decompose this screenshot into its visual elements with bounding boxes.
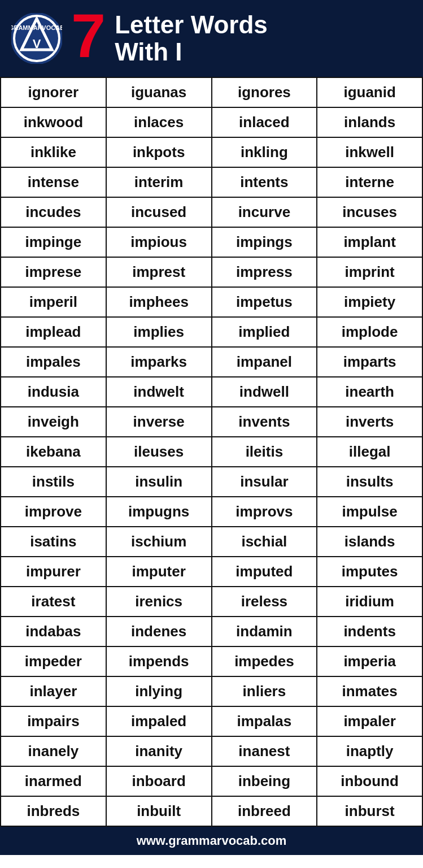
word-cell: iguanid: [317, 77, 422, 107]
word-cell: inlands: [317, 107, 422, 137]
word-cell: imparts: [317, 347, 422, 377]
word-cell: iridium: [317, 587, 422, 617]
word-cell: interne: [317, 167, 422, 197]
word-cell: ileuses: [106, 437, 212, 467]
word-cell: imputer: [106, 557, 212, 587]
table-row: ignoreriguanasignoresiguanid: [1, 77, 422, 107]
table-row: impurerimputerimputedimputes: [1, 557, 422, 587]
word-cell: ignorer: [1, 77, 106, 107]
word-cell: intense: [1, 167, 106, 197]
word-cell: inkpots: [106, 137, 212, 167]
word-cell: inverse: [106, 407, 212, 437]
table-row: improveimpugnsimprovsimpulse: [1, 497, 422, 527]
word-cell: implied: [212, 317, 317, 347]
word-cell: impious: [106, 227, 212, 257]
table-row: inveighinverseinventsinverts: [1, 407, 422, 437]
table-row: iratestirenicsirelessiridium: [1, 587, 422, 617]
word-cell: imputed: [212, 557, 317, 587]
table-row: impalesimparksimpanelimparts: [1, 347, 422, 377]
word-cell: inbuilt: [106, 796, 212, 826]
word-cell: implies: [106, 317, 212, 347]
word-cell: insulin: [106, 467, 212, 497]
page-header: V GRAMMARVOCAB 7 Letter Words With I: [0, 0, 423, 77]
word-cell: inanest: [212, 736, 317, 766]
word-cell: inbeing: [212, 766, 317, 796]
word-cell: inboard: [106, 766, 212, 796]
word-cell: inlying: [106, 676, 212, 706]
word-cell: intents: [212, 167, 317, 197]
word-cell: impurer: [1, 557, 106, 587]
word-cell: inbound: [317, 766, 422, 796]
word-cell: impairs: [1, 706, 106, 736]
table-row: indusiaindweltindwellinearth: [1, 377, 422, 407]
word-cell: incurve: [212, 197, 317, 227]
svg-text:V: V: [33, 37, 41, 51]
word-cell: inkling: [212, 137, 317, 167]
table-row: inlayerinlyinginliersinmates: [1, 676, 422, 706]
word-cell: inaptly: [317, 736, 422, 766]
word-cell: ireless: [212, 587, 317, 617]
word-cell: indabas: [1, 617, 106, 646]
word-cell: impulse: [317, 497, 422, 527]
word-cell: isatins: [1, 527, 106, 557]
word-cell: imphees: [106, 287, 212, 317]
table-row: intenseinterimintentsinterne: [1, 167, 422, 197]
word-cell: insular: [212, 467, 317, 497]
svg-text:GRAMMARVOCAB: GRAMMARVOCAB: [11, 24, 62, 31]
word-cell: impetus: [212, 287, 317, 317]
table-row: incudesincusedincurveincuses: [1, 197, 422, 227]
footer: www.grammarvocab.com: [0, 827, 423, 855]
word-cell: ileitis: [212, 437, 317, 467]
table-row: impingeimpiousimpingsimplant: [1, 227, 422, 257]
word-cell: imperia: [317, 646, 422, 676]
word-cell: indusia: [1, 377, 106, 407]
word-cell: impinge: [1, 227, 106, 257]
word-cell: implead: [1, 317, 106, 347]
word-cell: improvs: [212, 497, 317, 527]
word-cell: improve: [1, 497, 106, 527]
word-cell: interim: [106, 167, 212, 197]
word-cell: illegal: [317, 437, 422, 467]
table-row: isatinsischiumischialislands: [1, 527, 422, 557]
word-cell: indamin: [212, 617, 317, 646]
word-cell: insults: [317, 467, 422, 497]
word-cell: inbreds: [1, 796, 106, 826]
word-cell: impaler: [317, 706, 422, 736]
word-cell: ischial: [212, 527, 317, 557]
word-cell: iratest: [1, 587, 106, 617]
word-cell: indwelt: [106, 377, 212, 407]
word-cell: impedes: [212, 646, 317, 676]
table-row: inarmedinboardinbeinginbound: [1, 766, 422, 796]
word-cell: inklike: [1, 137, 106, 167]
table-row: impreseimprestimpressimprint: [1, 257, 422, 287]
word-cell: incused: [106, 197, 212, 227]
word-cell: indwell: [212, 377, 317, 407]
table-row: impederimpendsimpedesimperia: [1, 646, 422, 676]
word-cell: inliers: [212, 676, 317, 706]
table-row: instilsinsulininsularinsults: [1, 467, 422, 497]
table-row: inbredsinbuiltinbreedinburst: [1, 796, 422, 826]
word-cell: inveigh: [1, 407, 106, 437]
word-cell: irenics: [106, 587, 212, 617]
word-cell: imputes: [317, 557, 422, 587]
word-cell: inbreed: [212, 796, 317, 826]
word-cell: impugns: [106, 497, 212, 527]
table-row: inanelyinanityinanestinaptly: [1, 736, 422, 766]
word-cell: inlaces: [106, 107, 212, 137]
word-table: ignoreriguanasignoresiguanidinkwoodinlac…: [0, 77, 423, 827]
word-cell: incuses: [317, 197, 422, 227]
word-cell: inverts: [317, 407, 422, 437]
table-row: imperilimpheesimpetusimpiety: [1, 287, 422, 317]
word-cell: inlaced: [212, 107, 317, 137]
word-cell: imparks: [106, 347, 212, 377]
table-row: inklikeinkpotsinklinginkwell: [1, 137, 422, 167]
word-cell: imprint: [317, 257, 422, 287]
word-cell: inkwell: [317, 137, 422, 167]
word-cell: ignores: [212, 77, 317, 107]
word-cell: imperil: [1, 287, 106, 317]
word-cell: inearth: [317, 377, 422, 407]
word-cell: impalas: [212, 706, 317, 736]
word-cell: impress: [212, 257, 317, 287]
word-cell: inmates: [317, 676, 422, 706]
table-row: inkwoodinlacesinlacedinlands: [1, 107, 422, 137]
